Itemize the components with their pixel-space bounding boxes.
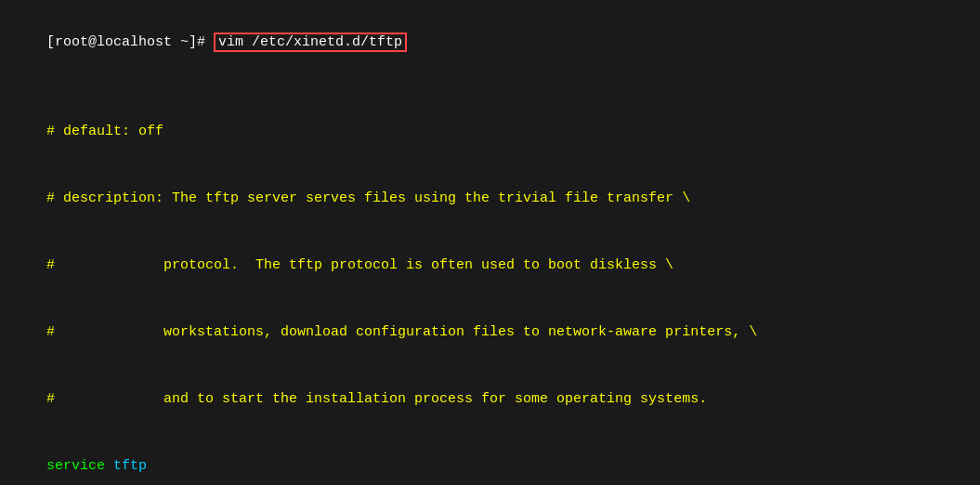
terminal-window: [root@localhost ~]# vim /etc/xinetd.d/tf… bbox=[13, 9, 967, 485]
service-keyword: service bbox=[46, 458, 113, 474]
prompt: [root@localhost ~]# bbox=[46, 34, 214, 50]
comment-desc-3: # workstations, download configuration f… bbox=[13, 299, 967, 366]
blank-line bbox=[13, 76, 967, 98]
comment-text: # and to start the installation process … bbox=[46, 391, 707, 407]
command-line: [root@localhost ~]# vim /etc/xinetd.d/tf… bbox=[13, 9, 967, 76]
comment-desc-1: # description: The tftp server serves fi… bbox=[13, 165, 967, 232]
comment-desc-2: # protocol. The tftp protocol is often u… bbox=[13, 232, 967, 299]
comment-text: # default: off bbox=[46, 124, 163, 139]
comment-default: # default: off bbox=[13, 98, 967, 165]
comment-text: # protocol. The tftp protocol is often u… bbox=[46, 257, 673, 273]
comment-text: # workstations, download configuration f… bbox=[46, 324, 757, 340]
service-line: service tftp bbox=[13, 433, 967, 485]
command-box: vim /etc/xinetd.d/tftp bbox=[214, 33, 407, 52]
comment-desc-4: # and to start the installation process … bbox=[13, 366, 967, 433]
service-name: tftp bbox=[113, 458, 147, 474]
comment-text: # description: The tftp server serves fi… bbox=[46, 190, 690, 206]
